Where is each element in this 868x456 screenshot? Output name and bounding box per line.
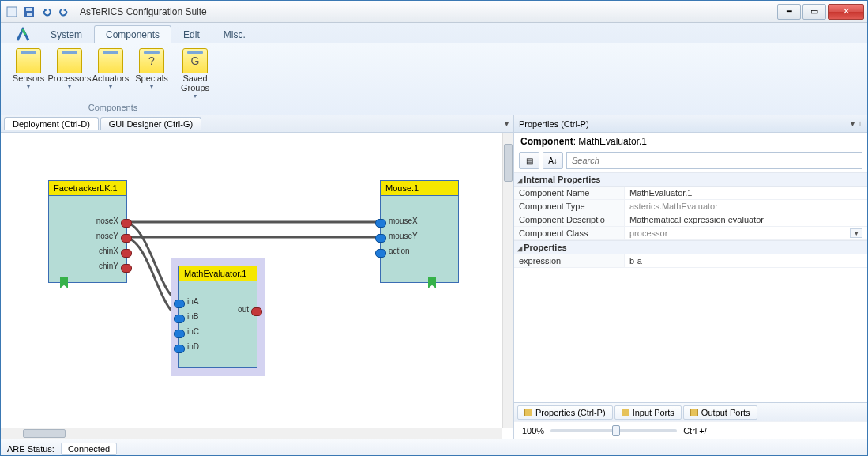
- chevron-down-icon: ▾: [27, 83, 30, 90]
- window-title: AsTeRICS Configuration Suite: [80, 6, 207, 17]
- vertical-scrollbar[interactable]: [502, 133, 513, 428]
- processors-dropdown[interactable]: Processors▾: [50, 47, 89, 101]
- port-in-action[interactable]: [375, 249, 386, 258]
- sensors-label: Sensors: [13, 73, 44, 83]
- are-status-label: ARE Status:: [7, 444, 54, 454]
- section-internal[interactable]: Internal Properties: [514, 172, 867, 187]
- canvas-wrap: FacetrackerLK.1 noseX noseY chinX chinY …: [1, 133, 513, 439]
- app-menu-button[interactable]: [4, 4, 20, 20]
- port-label: inC: [187, 327, 199, 336]
- specials-label: Specials: [135, 73, 168, 83]
- component-header: Mouse.1: [381, 181, 458, 196]
- scrollbar-thumb[interactable]: [23, 429, 66, 438]
- port-out-out[interactable]: [251, 307, 262, 316]
- redo-button[interactable]: [56, 4, 72, 20]
- bookmark-icon: [428, 277, 436, 288]
- deployment-canvas[interactable]: FacetrackerLK.1 noseX noseY chinX chinY …: [1, 133, 502, 428]
- dropdown-icon[interactable]: ▾: [851, 119, 855, 128]
- categorized-view-button[interactable]: ▤: [519, 152, 539, 169]
- bottom-tab-input-ports[interactable]: Input Ports: [614, 405, 682, 420]
- sensors-dropdown[interactable]: Sensors▾: [9, 47, 48, 101]
- port-in-inC[interactable]: [174, 330, 185, 338]
- chevron-down-icon[interactable]: ▾: [850, 228, 862, 238]
- properties-search-input[interactable]: [566, 152, 862, 169]
- component-name-row: Component: MathEvaluator.1: [514, 133, 867, 150]
- ribbon-group-label: Components: [88, 103, 137, 112]
- horizontal-scrollbar[interactable]: [1, 428, 502, 439]
- port-out-chinX[interactable]: [121, 249, 132, 258]
- actuators-dropdown[interactable]: Actuators▾: [91, 47, 130, 101]
- tab-overflow-button[interactable]: ▾: [500, 119, 513, 128]
- maximize-button[interactable]: ▭: [802, 4, 826, 20]
- bottom-tab-output-ports[interactable]: Output Ports: [683, 405, 757, 420]
- prop-row-component-name[interactable]: Component NameMathEvaluator.1: [514, 187, 867, 200]
- ribbon-group-components: Sensors▾ Processors▾ Actuators▾ ?Special…: [6, 47, 220, 115]
- alphabetical-view-button[interactable]: A↓: [543, 152, 563, 169]
- component-mouse[interactable]: Mouse.1 mouseX mouseY action: [380, 180, 459, 283]
- quick-access-toolbar: [4, 4, 72, 20]
- sensors-icon: [16, 48, 41, 73]
- ribbon-tab-edit[interactable]: Edit: [171, 25, 212, 43]
- minimize-button[interactable]: ━: [777, 4, 801, 20]
- pin-icon[interactable]: ⟂: [858, 119, 862, 128]
- chevron-down-icon: ▾: [150, 83, 153, 90]
- port-in-mouseX[interactable]: [375, 219, 386, 228]
- chevron-down-icon: ▾: [68, 83, 71, 90]
- processors-icon: [57, 48, 82, 73]
- component-header: FacetrackerLK.1: [49, 181, 126, 196]
- scrollbar-thumb[interactable]: [504, 144, 513, 182]
- undo-button[interactable]: [39, 4, 54, 20]
- specials-dropdown[interactable]: ?Specials▾: [132, 47, 171, 101]
- zoom-hint: Ctrl +/-: [683, 426, 709, 435]
- bookmark-icon: [60, 277, 68, 288]
- port-label: action: [389, 247, 410, 255]
- bottom-tab-properties[interactable]: Properties (Ctrl-P): [517, 405, 613, 420]
- port-out-noseY[interactable]: [121, 234, 132, 243]
- port-label: noseY: [96, 232, 118, 240]
- prop-row-component-class[interactable]: Component Classprocessor▾: [514, 227, 867, 240]
- port-out-chinY[interactable]: [121, 264, 132, 273]
- tab-icon: [690, 409, 698, 416]
- svg-rect-0: [7, 7, 17, 17]
- properties-bottom-tabs: Properties (Ctrl-P) Input Ports Output P…: [514, 402, 867, 421]
- ribbon-tab-strip: System Components Edit Misc.: [1, 23, 867, 43]
- title-bar: AsTeRICS Configuration Suite ━ ▭ ✕: [1, 1, 867, 23]
- save-button[interactable]: [21, 4, 37, 20]
- component-math-evaluator[interactable]: MathEvaluator.1 inA inB inC inD out: [178, 266, 257, 368]
- port-in-inA[interactable]: [174, 300, 185, 308]
- tab-deployment[interactable]: Deployment (Ctrl-D): [4, 117, 99, 130]
- specials-icon: ?: [139, 48, 164, 73]
- ribbon-tab-system[interactable]: System: [39, 25, 94, 43]
- saved-groups-icon: G: [182, 48, 208, 73]
- are-status-value: Connected: [61, 443, 117, 455]
- main-area: Deployment (Ctrl-D) GUI Designer (Ctrl-G…: [1, 115, 867, 439]
- port-label: chinX: [99, 247, 118, 255]
- chevron-down-icon: ▾: [109, 83, 112, 90]
- component-label: Component: [520, 136, 573, 147]
- port-label: inD: [187, 342, 199, 351]
- properties-toolbar: ▤ A↓: [514, 150, 867, 172]
- port-in-mouseY[interactable]: [375, 234, 386, 243]
- ribbon-tab-misc[interactable]: Misc.: [212, 25, 257, 43]
- tab-gui-designer[interactable]: GUI Designer (Ctrl-G): [100, 117, 201, 130]
- port-label: inB: [187, 312, 198, 321]
- svg-rect-2: [26, 8, 32, 11]
- prop-row-expression[interactable]: expressionb-a: [514, 254, 867, 268]
- ribbon: System Components Edit Misc. Sensors▾ Pr…: [1, 23, 867, 115]
- slider-thumb[interactable]: [612, 425, 620, 436]
- saved-groups-dropdown[interactable]: GSaved Groups▾: [173, 47, 217, 101]
- port-label: inA: [187, 297, 198, 306]
- processors-label: Processors: [47, 73, 91, 83]
- section-properties[interactable]: Properties: [514, 240, 867, 254]
- port-label: out: [238, 305, 249, 314]
- port-label: chinY: [99, 262, 118, 270]
- ribbon-tab-components[interactable]: Components: [94, 25, 171, 43]
- port-in-inB[interactable]: [174, 315, 185, 323]
- component-facetracker[interactable]: FacetrackerLK.1 noseX noseY chinX chinY: [48, 180, 127, 283]
- port-in-inD[interactable]: [174, 345, 185, 353]
- app-icon[interactable]: [7, 26, 39, 43]
- port-out-noseX[interactable]: [121, 219, 132, 228]
- prop-row-component-description[interactable]: Component DescriptioMathematical express…: [514, 213, 867, 227]
- zoom-slider[interactable]: [550, 429, 677, 432]
- close-button[interactable]: ✕: [828, 4, 864, 20]
